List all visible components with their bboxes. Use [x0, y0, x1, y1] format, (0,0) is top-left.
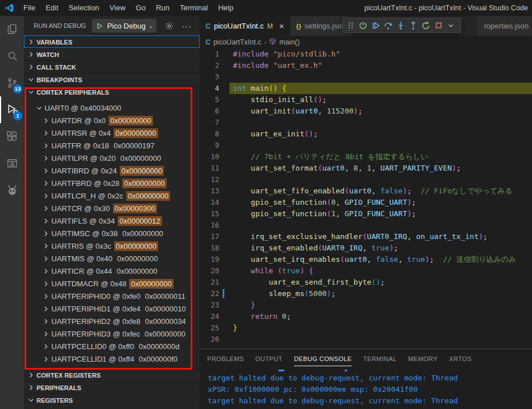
- reset-button[interactable]: [357, 19, 369, 32]
- code-line[interactable]: 9: [200, 140, 532, 151]
- step-over-button[interactable]: [382, 19, 394, 32]
- menu-help[interactable]: Help: [213, 0, 239, 16]
- more-debug-actions-icon[interactable]: [445, 19, 457, 32]
- line-number[interactable]: 7: [200, 117, 219, 128]
- step-into-button[interactable]: [394, 19, 407, 32]
- section-peripherals[interactable]: PERIPHERALS: [24, 381, 200, 394]
- menu-run[interactable]: Run: [151, 0, 175, 16]
- register-row[interactable]: UARTIBRD @ 0x240x00000000: [24, 164, 200, 177]
- register-row[interactable]: UARTPCELLID1 @ 0xff40x000000f0: [24, 353, 200, 365]
- panel-tab-xrtos[interactable]: XRTOS: [449, 349, 472, 369]
- panel-tab-output[interactable]: OUTPUT: [255, 349, 283, 369]
- code-line[interactable]: 3: [200, 71, 532, 83]
- code-line[interactable]: 17 irq_set_exclusive_handler(UART0_IRQ, …: [200, 231, 532, 242]
- code-line[interactable]: 1#include "pico/stdlib.h": [200, 48, 532, 60]
- line-number[interactable]: 21: [200, 277, 219, 288]
- line-number[interactable]: 2: [200, 60, 219, 71]
- code-line[interactable]: 6 uart_init(uart0, 115200);: [200, 106, 532, 117]
- register-row[interactable]: UARTRIS @ 0x3c0x00000000: [24, 240, 200, 252]
- line-number[interactable]: 26: [200, 334, 219, 345]
- code-line[interactable]: 2#include "uart_ex.h": [200, 60, 532, 71]
- menu-go[interactable]: Go: [131, 0, 151, 16]
- code-line[interactable]: 20 while (true) {: [200, 265, 532, 277]
- register-row[interactable]: UARTPCELLID0 @ 0xff00x0000000d: [24, 340, 200, 353]
- panel-tab-debug-console[interactable]: DEBUG CONSOLE: [294, 349, 352, 369]
- code-line[interactable]: 18 irq_set_enabled(UART0_IRQ, true);: [200, 242, 532, 254]
- register-row[interactable]: UARTPERIPHID3 @ 0xfec0x00000000: [24, 327, 200, 340]
- code-line[interactable]: 4int main() {: [200, 83, 532, 94]
- section-watch[interactable]: WATCH: [24, 48, 200, 60]
- line-number[interactable]: 14: [200, 197, 219, 208]
- menu-edit[interactable]: Edit: [41, 0, 63, 16]
- stop-button[interactable]: [432, 19, 445, 32]
- line-number[interactable]: 20: [200, 265, 219, 277]
- code-line[interactable]: 19 uart_set_irq_enables(uart0, false, tr…: [200, 254, 532, 265]
- code-line[interactable]: 5 stdio_init_all();: [200, 94, 532, 106]
- launch-config-dropdown[interactable]: Pico Debug ⌄: [92, 19, 157, 33]
- section-call-stack[interactable]: CALL STACK: [24, 60, 200, 73]
- gear-icon[interactable]: [165, 22, 174, 30]
- menu-view[interactable]: View: [104, 0, 131, 16]
- panel-tab-memory[interactable]: MEMORY: [408, 349, 438, 369]
- line-number[interactable]: 12: [200, 174, 219, 185]
- debug-console-output[interactable]: target halted due to debug-request, curr…: [200, 369, 532, 407]
- register-row[interactable]: UARTDR @ 0x00x00000000: [24, 114, 200, 127]
- activity-run-and-debug[interactable]: 1: [0, 96, 24, 123]
- line-number[interactable]: 3: [200, 71, 219, 83]
- code-line[interactable]: 12: [200, 174, 532, 185]
- peripheral-root-uart0[interactable]: UART0 @ 0x40034000: [24, 102, 200, 114]
- line-number[interactable]: 1: [200, 48, 219, 60]
- close-icon[interactable]: ×: [279, 22, 284, 30]
- line-number[interactable]: 25: [200, 322, 219, 334]
- register-row[interactable]: UARTPERIPHID1 @ 0xfe40x00000010: [24, 302, 200, 315]
- section-registers[interactable]: REGISTERS: [24, 394, 200, 406]
- register-row[interactable]: UARTICR @ 0x440x00000000: [24, 265, 200, 277]
- code-line[interactable]: 24 return 0;: [200, 311, 532, 322]
- breadcrumb-file[interactable]: picoUartTxInt.c: [213, 38, 261, 46]
- grip-handle[interactable]: [344, 19, 357, 32]
- restart-button[interactable]: [420, 19, 432, 32]
- activity-search[interactable]: [0, 43, 24, 70]
- code-line[interactable]: 23 }: [200, 299, 532, 311]
- tab-roperties-json[interactable]: roperties.json: [477, 16, 532, 36]
- line-number[interactable]: 8: [200, 128, 219, 140]
- breadcrumb-symbol[interactable]: main(): [279, 38, 299, 46]
- section-cortex-peripherals[interactable]: CORTEX PERIPHERALS: [24, 86, 200, 98]
- register-row[interactable]: UARTIMSC @ 0x380x00000000: [24, 227, 200, 240]
- code-editor[interactable]: 1#include "pico/stdlib.h"2#include "uart…: [200, 48, 532, 349]
- line-number[interactable]: 15: [200, 208, 219, 220]
- register-row[interactable]: UARTRSR @ 0x40x00000000: [24, 127, 200, 139]
- line-number[interactable]: 16: [200, 220, 219, 231]
- activity-explorer[interactable]: [0, 16, 24, 43]
- menu-selection[interactable]: Selection: [63, 0, 104, 16]
- register-row[interactable]: UARTFBRD @ 0x280x00000000: [24, 177, 200, 189]
- code-line[interactable]: 11 uart_set_format(uart0, 8, 1, UART_PAR…: [200, 163, 532, 174]
- code-line[interactable]: 26: [200, 334, 532, 345]
- line-number[interactable]: 13: [200, 185, 219, 197]
- activity-serial-monitor[interactable]: [0, 150, 24, 177]
- line-number[interactable]: 24: [200, 311, 219, 322]
- register-row[interactable]: UARTMIS @ 0x400x00000000: [24, 252, 200, 265]
- section-breakpoints[interactable]: BREAKPOINTS: [24, 73, 200, 86]
- register-row[interactable]: UARTPERIPHID2 @ 0xfe80x00000034: [24, 315, 200, 327]
- step-out-button[interactable]: [407, 19, 420, 32]
- activity-bug-face[interactable]: [0, 177, 24, 204]
- line-number[interactable]: 5: [200, 94, 219, 106]
- menu-terminal[interactable]: Terminal: [175, 0, 213, 16]
- register-row[interactable]: UARTCR @ 0x300x00000300: [24, 202, 200, 214]
- activity-source-control[interactable]: 13: [0, 70, 24, 96]
- code-line[interactable]: 10 // 7bit + パリティだと 8bit を指定するらしい: [200, 151, 532, 163]
- panel-tab-problems[interactable]: PROBLEMS: [207, 349, 244, 369]
- line-number[interactable]: 19: [200, 254, 219, 265]
- section-cortex-registers[interactable]: CORTEX REGISTERS: [24, 368, 200, 381]
- register-row[interactable]: UARTLCR_H @ 0x2c0x00000000: [24, 189, 200, 202]
- section-variables[interactable]: VARIABLES: [24, 35, 200, 48]
- code-line[interactable]: 16: [200, 220, 532, 231]
- register-row[interactable]: UARTDMACR @ 0x480x00000000: [24, 277, 200, 290]
- menu-file[interactable]: File: [18, 0, 41, 16]
- code-line[interactable]: 25}: [200, 322, 532, 334]
- code-line[interactable]: 15 gpio_set_function(1, GPIO_FUNC_UART);: [200, 208, 532, 220]
- line-number[interactable]: 4: [200, 83, 219, 94]
- register-row[interactable]: UARTPERIPHID0 @ 0xfe00x00000011: [24, 290, 200, 302]
- line-number[interactable]: 22: [200, 288, 219, 299]
